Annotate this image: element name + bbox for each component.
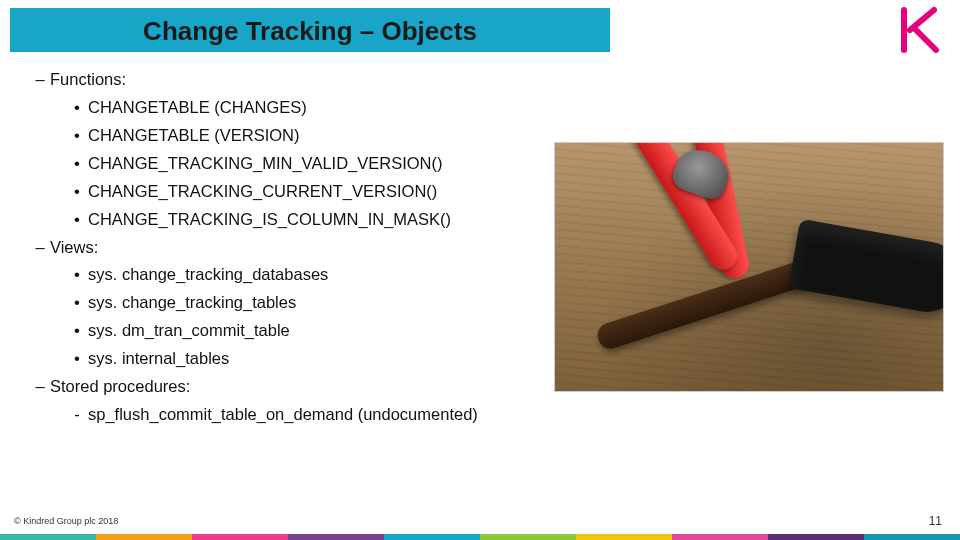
section-label: Functions:: [50, 68, 126, 92]
bullet-dot: •: [66, 152, 88, 176]
bullet-dot: •: [66, 124, 88, 148]
section-functions: – Functions:: [30, 68, 930, 92]
list-item: -sp_flush_commit_table_on_demand (undocu…: [66, 403, 930, 427]
bullet-dash: –: [30, 375, 50, 399]
bullet-dot: •: [66, 263, 88, 287]
bullet-dot: •: [66, 319, 88, 343]
bullet-dot: •: [66, 180, 88, 204]
bullet-dot: •: [66, 291, 88, 315]
bullet-dot: •: [66, 96, 88, 120]
list-item-text: CHANGE_TRACKING_IS_COLUMN_IN_MASK(): [88, 208, 451, 232]
bullet-dot: •: [66, 208, 88, 232]
page-number: 11: [929, 514, 942, 528]
list-item-text: sys. change_tracking_tables: [88, 291, 296, 315]
bullet-dot: •: [66, 347, 88, 371]
list-item-text: sys. change_tracking_databases: [88, 263, 328, 287]
brand-color-strip: [0, 534, 960, 540]
section-label: Stored procedures:: [50, 375, 190, 399]
slide-title: Change Tracking – Objects: [0, 16, 620, 47]
list-item-text: sys. internal_tables: [88, 347, 229, 371]
section-label: Views:: [50, 236, 98, 260]
copyright: © Kindred Group plc 2018: [14, 516, 118, 526]
bullet-dash: -: [66, 403, 88, 427]
list-item-text: CHANGE_TRACKING_CURRENT_VERSION(): [88, 180, 437, 204]
list-item-text: CHANGETABLE (CHANGES): [88, 96, 307, 120]
list-item-text: CHANGETABLE (VERSION): [88, 124, 299, 148]
list-item-text: sp_flush_commit_table_on_demand (undocum…: [88, 403, 478, 427]
list-item-text: sys. dm_tran_commit_table: [88, 319, 290, 343]
kindred-logo: [896, 6, 944, 54]
list-item: •CHANGETABLE (CHANGES): [66, 96, 930, 120]
tools-image: [554, 142, 944, 392]
bullet-dash: –: [30, 236, 50, 260]
bullet-dash: –: [30, 68, 50, 92]
list-item-text: CHANGE_TRACKING_MIN_VALID_VERSION(): [88, 152, 443, 176]
